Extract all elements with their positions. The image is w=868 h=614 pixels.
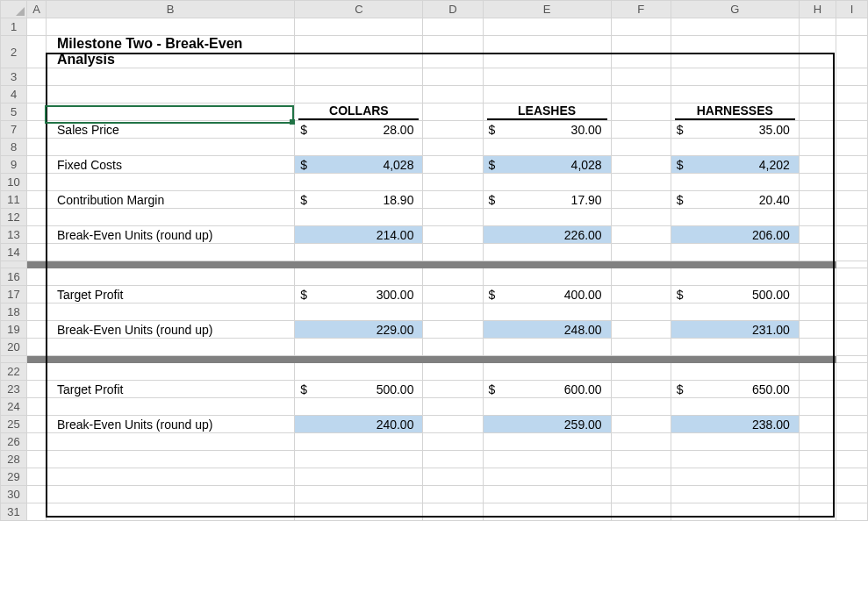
cell[interactable]: [483, 486, 611, 503]
cell[interactable]: [295, 503, 423, 521]
cell[interactable]: [295, 339, 423, 356]
row-header[interactable]: 24: [1, 398, 27, 416]
cell[interactable]: [295, 174, 423, 191]
cell[interactable]: $400.00: [483, 286, 611, 303]
spreadsheet[interactable]: A B C D E F G H I 12Milestone Two - Brea…: [0, 0, 868, 614]
cell[interactable]: [47, 86, 295, 104]
cell[interactable]: [611, 451, 671, 468]
row-header[interactable]: 31: [1, 503, 27, 521]
cell[interactable]: [799, 174, 836, 191]
cell[interactable]: [836, 121, 867, 139]
cell[interactable]: [423, 363, 483, 381]
cell[interactable]: [47, 209, 295, 226]
cell[interactable]: [611, 286, 671, 303]
col-header-D[interactable]: D: [423, 1, 483, 18]
cell[interactable]: [611, 381, 671, 398]
cell[interactable]: [295, 486, 423, 503]
cell[interactable]: $17.90: [483, 191, 611, 209]
cell[interactable]: [483, 468, 611, 486]
cell[interactable]: [799, 104, 836, 121]
cell[interactable]: 231.00: [671, 321, 799, 339]
col-header-B[interactable]: B: [47, 1, 295, 18]
row-header[interactable]: 12: [1, 209, 27, 226]
cell[interactable]: [799, 286, 836, 303]
cell[interactable]: [799, 321, 836, 339]
cell[interactable]: [671, 451, 799, 468]
cell[interactable]: [799, 433, 836, 451]
cell[interactable]: [47, 468, 295, 486]
cell[interactable]: [799, 244, 836, 261]
cell[interactable]: [27, 303, 47, 321]
cell[interactable]: $500.00: [295, 381, 423, 398]
cell[interactable]: 214.00: [295, 226, 423, 244]
cell[interactable]: [671, 503, 799, 521]
cell[interactable]: [799, 191, 836, 209]
cell[interactable]: [799, 226, 836, 244]
cell[interactable]: [611, 36, 671, 68]
row-header[interactable]: 1: [1, 18, 27, 36]
cell[interactable]: [799, 139, 836, 156]
cell[interactable]: [47, 268, 295, 286]
cell[interactable]: [611, 268, 671, 286]
cell[interactable]: [423, 18, 483, 36]
cell[interactable]: [483, 36, 611, 68]
cell[interactable]: [27, 321, 47, 339]
row-header[interactable]: [1, 356, 27, 363]
row-header[interactable]: [1, 261, 27, 268]
cell[interactable]: [836, 303, 867, 321]
cell[interactable]: [27, 286, 47, 303]
cell[interactable]: [423, 156, 483, 174]
cell[interactable]: [295, 209, 423, 226]
cell[interactable]: 240.00: [295, 416, 423, 433]
cell[interactable]: $4,028: [483, 156, 611, 174]
cell[interactable]: [295, 68, 423, 86]
cell[interactable]: [483, 268, 611, 286]
row-header[interactable]: 18: [1, 303, 27, 321]
cell[interactable]: [483, 86, 611, 104]
cell[interactable]: [27, 468, 47, 486]
cell[interactable]: [799, 468, 836, 486]
cell[interactable]: [671, 86, 799, 104]
cell[interactable]: [295, 398, 423, 416]
cell[interactable]: [611, 191, 671, 209]
cell[interactable]: [27, 486, 47, 503]
cell[interactable]: [611, 226, 671, 244]
cell[interactable]: LEASHES: [483, 104, 611, 121]
cell[interactable]: [671, 486, 799, 503]
cell[interactable]: [611, 486, 671, 503]
cell[interactable]: [47, 486, 295, 503]
cell[interactable]: [799, 339, 836, 356]
row-header[interactable]: 11: [1, 191, 27, 209]
cell[interactable]: [27, 416, 47, 433]
row-header[interactable]: 17: [1, 286, 27, 303]
cell[interactable]: [423, 398, 483, 416]
cell[interactable]: Break-Even Units (round up): [47, 321, 295, 339]
cell[interactable]: [836, 486, 867, 503]
cell[interactable]: [836, 139, 867, 156]
col-header-G[interactable]: G: [671, 1, 799, 18]
cell[interactable]: $35.00: [671, 121, 799, 139]
cell[interactable]: [799, 398, 836, 416]
cell[interactable]: [27, 339, 47, 356]
col-header-E[interactable]: E: [483, 1, 611, 18]
cell[interactable]: [423, 139, 483, 156]
cell[interactable]: [47, 303, 295, 321]
cell[interactable]: [423, 86, 483, 104]
cell[interactable]: [671, 139, 799, 156]
cell[interactable]: [483, 433, 611, 451]
cell[interactable]: [423, 104, 483, 121]
cell[interactable]: [47, 104, 295, 121]
row-header[interactable]: 22: [1, 363, 27, 381]
cell[interactable]: $600.00: [483, 381, 611, 398]
cell[interactable]: [611, 86, 671, 104]
cell[interactable]: [47, 363, 295, 381]
cell[interactable]: [27, 268, 47, 286]
cell[interactable]: 229.00: [295, 321, 423, 339]
cell[interactable]: [27, 433, 47, 451]
cell[interactable]: [799, 121, 836, 139]
cell[interactable]: [27, 363, 47, 381]
cell[interactable]: [295, 86, 423, 104]
cell[interactable]: [799, 381, 836, 398]
cell[interactable]: [836, 68, 867, 86]
cell[interactable]: [671, 468, 799, 486]
